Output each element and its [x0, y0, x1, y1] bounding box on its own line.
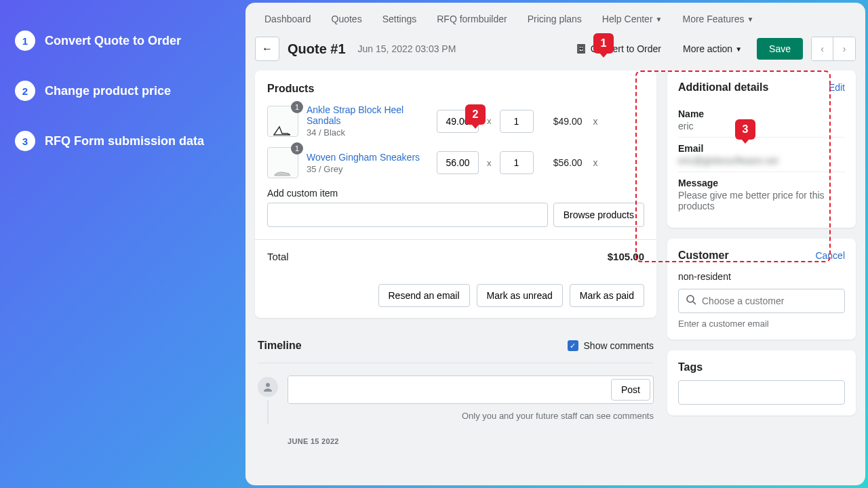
comment-input[interactable] — [288, 376, 608, 403]
details-title: Additional details — [678, 81, 768, 94]
nav-quotes[interactable]: Quotes — [332, 14, 362, 24]
detail-email-value: eric@globosoftware.net — [678, 155, 845, 166]
page-date: Jun 15, 2022 03:03 PM — [358, 43, 456, 54]
timeline-section: Timeline ✓ Show comments — [255, 329, 656, 445]
callout-item: 2 Change product price — [15, 81, 204, 101]
checkbox-icon: ✓ — [568, 340, 578, 351]
page-header: ← Quote #1 Jun 15, 2022 03:03 PM Convert… — [245, 31, 865, 70]
nav-settings[interactable]: Settings — [382, 14, 417, 24]
nav-more-features[interactable]: More Features▼ — [682, 14, 753, 24]
nav-more-label: More Features — [682, 14, 744, 24]
edit-details-link[interactable]: Edit — [829, 82, 845, 93]
nav-rfq-formbuilder[interactable]: RFQ formbuilder — [437, 14, 507, 24]
products-title: Products — [267, 83, 644, 95]
top-navigation: Dashboard Quotes Settings RFQ formbuilde… — [245, 3, 865, 31]
customer-hint: Enter a customer email — [678, 319, 845, 329]
app-window: Dashboard Quotes Settings RFQ formbuilde… — [245, 3, 865, 485]
products-card: Products 1 Ankle Strap Block Heel Sandal… — [255, 70, 656, 318]
browse-products-button[interactable]: Browse products — [553, 203, 644, 227]
mark-paid-button[interactable]: Mark as paid — [570, 284, 644, 307]
chevron-down-icon: ▼ — [735, 45, 742, 53]
callout-text: Convert Quote to Order — [45, 34, 181, 48]
more-action-dropdown[interactable]: More action▼ — [676, 39, 749, 58]
callout-number: 1 — [15, 30, 35, 51]
chevron-down-icon: ▼ — [656, 16, 663, 23]
customer-title: Customer — [678, 249, 729, 262]
show-comments-label: Show comments — [584, 340, 654, 351]
product-name-link[interactable]: Ankle Strap Block Heel Sandals — [307, 104, 429, 126]
remove-item-button[interactable]: x — [593, 157, 598, 168]
nav-help-center[interactable]: Help Center▼ — [602, 14, 663, 24]
customer-status: non-resident — [678, 271, 845, 282]
show-comments-toggle[interactable]: ✓ Show comments — [568, 340, 654, 351]
callout-item: 3 RFQ Form submission data — [15, 131, 204, 151]
save-button[interactable]: Save — [757, 38, 803, 60]
tags-card: Tags — [667, 350, 856, 415]
quantity-input[interactable] — [500, 151, 534, 174]
callout-item: 1 Convert Quote to Order — [15, 30, 204, 51]
customer-search-box[interactable] — [678, 289, 845, 313]
prev-arrow-button[interactable]: ‹ — [812, 37, 833, 60]
customer-card: Customer Cancel non-resident Enter a cus… — [667, 239, 856, 340]
user-avatar — [258, 377, 278, 397]
callout-text: Change product price — [45, 84, 171, 98]
svg-point-1 — [687, 296, 694, 302]
callout-number: 3 — [15, 131, 35, 151]
chevron-down-icon: ▼ — [747, 16, 754, 23]
mark-unread-button[interactable]: Mark as unread — [477, 284, 563, 307]
product-variant: 34 / Black — [307, 127, 429, 138]
page-title: Quote #1 — [288, 41, 346, 57]
total-value: $105.00 — [608, 251, 644, 262]
tags-input[interactable] — [678, 380, 845, 405]
callouts-sidebar: 1 Convert Quote to Order 2 Change produc… — [15, 30, 204, 181]
detail-email-label: Email — [678, 143, 845, 154]
callout-number: 2 — [15, 81, 35, 101]
tags-title: Tags — [678, 361, 845, 373]
more-action-label: More action — [683, 43, 732, 54]
remove-item-button[interactable]: x — [593, 116, 598, 127]
cancel-customer-link[interactable]: Cancel — [815, 250, 845, 261]
sandal-icon — [273, 124, 293, 136]
back-button[interactable]: ← — [255, 37, 279, 61]
convert-to-order-button[interactable]: Convert to Order — [569, 39, 668, 58]
quantity-badge: 1 — [291, 101, 303, 113]
price-input[interactable] — [437, 151, 479, 174]
sneaker-icon — [273, 165, 293, 178]
svg-line-2 — [693, 302, 696, 304]
product-row: 1 Ankle Strap Block Heel Sandals 34 / Bl… — [267, 104, 644, 138]
person-icon — [262, 381, 274, 393]
product-name-link[interactable]: Woven Gingham Sneakers — [307, 152, 429, 163]
timeline-note: Only you and your future staff can see c… — [288, 411, 654, 421]
product-thumbnail: 1 — [267, 106, 298, 137]
post-button[interactable]: Post — [611, 379, 650, 401]
annotation-marker-1: 1 — [593, 33, 614, 54]
product-row: 1 Woven Gingham Sneakers 35 / Grey x $56… — [267, 147, 644, 178]
product-actions: Resend an email Mark as unread Mark as p… — [255, 273, 656, 318]
total-row: Total $105.00 — [255, 239, 656, 273]
detail-name-label: Name — [678, 108, 845, 119]
timeline-title: Timeline — [258, 340, 302, 352]
quantity-badge: 1 — [291, 142, 303, 155]
custom-item-label: Add custom item — [267, 188, 644, 199]
pagination-arrows: ‹ › — [811, 37, 856, 61]
svg-point-0 — [266, 383, 270, 387]
custom-item-input[interactable] — [267, 203, 548, 227]
line-total: $49.00 — [542, 116, 583, 127]
total-label: Total — [267, 251, 289, 262]
detail-message-value: Please give me better price for this pro… — [678, 190, 845, 211]
nav-pricing-plans[interactable]: Pricing plans — [528, 14, 582, 24]
nav-dashboard[interactable]: Dashboard — [264, 14, 311, 24]
download-icon — [576, 43, 587, 54]
annotation-marker-2: 2 — [465, 104, 486, 125]
detail-name-value: eric — [678, 121, 845, 131]
nav-help-label: Help Center — [602, 14, 653, 24]
timeline-date: JUNE 15 2022 — [288, 437, 654, 445]
product-variant: 35 / Grey — [307, 164, 429, 174]
next-arrow-button[interactable]: › — [833, 37, 855, 60]
resend-email-button[interactable]: Resend an email — [378, 284, 470, 307]
additional-details-card: Additional details Edit Name eric Email … — [667, 70, 856, 228]
multiply-symbol: x — [487, 158, 492, 168]
quantity-input[interactable] — [500, 110, 534, 133]
customer-search-input[interactable] — [702, 296, 837, 306]
multiply-symbol: x — [487, 116, 492, 126]
